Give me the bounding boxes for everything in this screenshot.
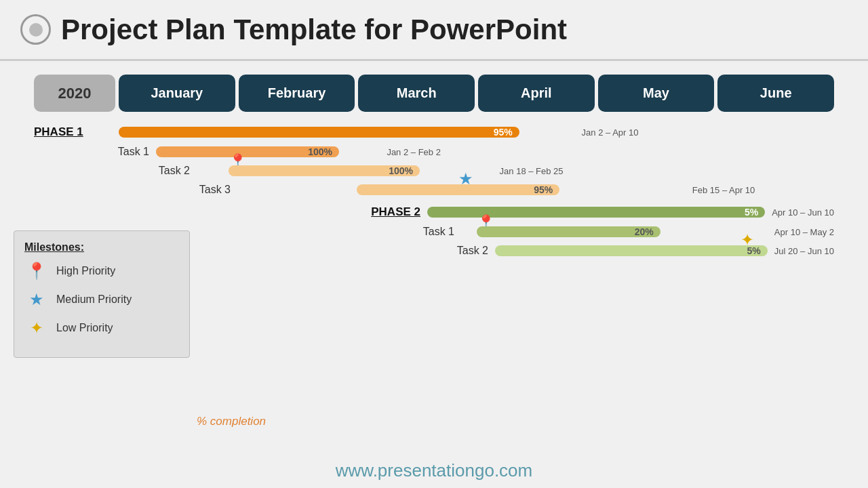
high-priority-label: High Priority: [56, 265, 115, 277]
legend-high-priority: 📍 High Priority: [24, 262, 172, 281]
top-bar: Project Plan Template for PowerPoint: [0, 0, 868, 61]
phase1-bar: 95%: [119, 127, 519, 138]
month-june: June: [717, 75, 834, 112]
phase2-task1-date: Apr 10 – May 2: [774, 227, 834, 237]
phase2-task1-label: Task 1: [423, 226, 454, 237]
phase1-task3-date: Feb 15 – Apr 10: [692, 185, 755, 195]
logo-circle: [20, 14, 51, 45]
phase2-label: PHASE 2: [371, 205, 420, 218]
phase1-label: PHASE 1: [34, 125, 83, 138]
page-title: Project Plan Template for PowerPoint: [61, 14, 567, 46]
high-priority-icon: 📍: [24, 262, 48, 281]
slide: Project Plan Template for PowerPoint 202…: [0, 0, 868, 488]
medium-priority-icon: ★: [24, 290, 48, 309]
month-may: May: [598, 75, 715, 112]
month-february: February: [239, 75, 355, 112]
phase2-task2-label: Task 2: [457, 245, 488, 256]
month-april: April: [478, 75, 595, 112]
phase1-task1-bar: 100%: [156, 146, 339, 157]
legend-medium-priority: ★ Medium Priority: [24, 290, 172, 309]
phase1-task2-date: Jan 18 – Feb 25: [500, 166, 564, 176]
phase1-task2-label: Task 2: [159, 165, 190, 176]
phase2-task2-bar: 5%: [495, 245, 768, 256]
month-march: March: [358, 75, 475, 112]
medium-priority-label: Medium Priority: [56, 293, 132, 306]
phase2-task2-date: Jul 20 – Jun 10: [774, 246, 834, 256]
phase2-task1-bar: 20%: [477, 226, 660, 237]
phase1-task1-date: Jan 2 – Feb 2: [387, 147, 441, 157]
logo-inner: [29, 23, 43, 37]
legend-title: Milestones:: [24, 241, 172, 253]
phase2-date: Apr 10 – Jun 10: [772, 207, 834, 218]
year-cell: 2020: [34, 75, 115, 112]
month-january: January: [119, 75, 235, 112]
phase1-date: Jan 2 – Apr 10: [582, 127, 639, 138]
legend-low-priority: ✦ Low Priority: [24, 319, 172, 338]
low-priority-label: Low Priority: [56, 322, 113, 334]
months-row: 2020 January February March April May Ju…: [34, 75, 834, 112]
footer-url: www.presentationgo.com: [0, 460, 868, 481]
completion-note: % completion: [197, 415, 266, 428]
phase1-task3-label: Task 3: [199, 184, 231, 195]
phase1-task2-bar: 100%: [229, 165, 420, 176]
phase1-task1-label: Task 1: [118, 146, 149, 157]
legend-box: Milestones: 📍 High Priority ★ Medium Pri…: [14, 230, 190, 358]
low-priority-icon: ✦: [24, 319, 48, 338]
phase1-task3-bar: 95%: [357, 184, 559, 195]
